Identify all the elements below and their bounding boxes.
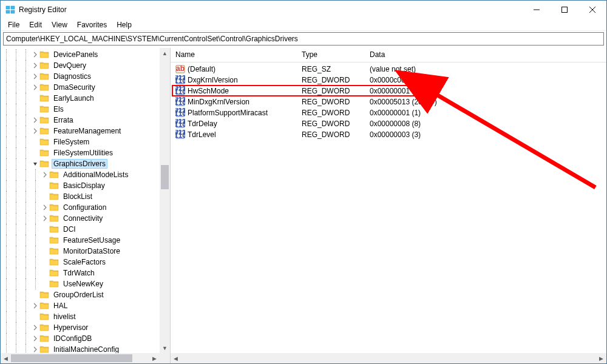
scroll-left-icon[interactable]: ◀ bbox=[171, 353, 181, 363]
list-scrollbar-horizontal[interactable]: ◀ ▶ bbox=[171, 353, 606, 363]
list-header: Name Type Data bbox=[171, 48, 606, 62]
tree-item-usenewkey[interactable]: UseNewKey bbox=[2, 278, 160, 289]
tree-item-els[interactable]: Els bbox=[2, 104, 160, 115]
folder-icon bbox=[39, 334, 49, 343]
svg-text:ab: ab bbox=[176, 64, 185, 73]
tree-item-idconfigdb[interactable]: IDConfigDB bbox=[2, 333, 160, 344]
tree-item-dci[interactable]: DCI bbox=[2, 224, 160, 235]
svg-text:110: 110 bbox=[175, 131, 185, 140]
tree-scrollbar-horizontal[interactable]: ◀ ▶ bbox=[1, 353, 160, 363]
value-data: 0x00000003 (3) bbox=[365, 130, 606, 139]
menu-help[interactable]: Help bbox=[112, 19, 137, 30]
chevron-right-icon[interactable] bbox=[31, 302, 39, 310]
value-row[interactable]: 011110DxgKrnlVersionREG_DWORD0x0000c004 … bbox=[171, 75, 606, 86]
tree-item-monitordatastore[interactable]: MonitorDataStore bbox=[2, 246, 160, 257]
chevron-right-icon[interactable] bbox=[31, 345, 39, 353]
tree-item-additionalmodelists[interactable]: AdditionalModeLists bbox=[2, 169, 160, 180]
tree-label: IDConfigDB bbox=[52, 334, 93, 343]
scroll-right-icon[interactable]: ▶ bbox=[149, 353, 160, 363]
tree-item-blocklist[interactable]: BlockList bbox=[2, 191, 160, 202]
scroll-up-icon[interactable]: ▲ bbox=[160, 48, 170, 58]
folder-icon bbox=[49, 192, 59, 201]
tree-item-diagnostics[interactable]: Diagnostics bbox=[2, 71, 160, 82]
folder-icon bbox=[39, 50, 49, 59]
chevron-right-icon[interactable] bbox=[41, 170, 49, 179]
svg-text:110: 110 bbox=[175, 76, 185, 85]
chevron-down-icon[interactable] bbox=[31, 160, 39, 168]
folder-icon bbox=[39, 127, 49, 135]
chevron-right-icon[interactable] bbox=[31, 323, 39, 332]
folder-icon bbox=[49, 236, 59, 244]
chevron-right-icon[interactable] bbox=[41, 203, 49, 212]
chevron-right-icon[interactable] bbox=[31, 72, 39, 81]
svg-rect-5 bbox=[562, 7, 568, 13]
tree-label: FileSystem bbox=[52, 137, 91, 147]
chevron-right-icon[interactable] bbox=[41, 214, 49, 223]
value-row[interactable]: 011110TdrLevelREG_DWORD0x00000003 (3) bbox=[171, 129, 606, 140]
tree-item-hivelist[interactable]: hivelist bbox=[2, 311, 160, 322]
folder-icon bbox=[39, 345, 49, 353]
address-bar[interactable]: Computer\HKEY_LOCAL_MACHINE\SYSTEM\Curre… bbox=[3, 32, 604, 46]
scroll-thumb[interactable] bbox=[11, 354, 132, 362]
expander-none bbox=[41, 236, 49, 244]
tree-item-dmasecurity[interactable]: DmaSecurity bbox=[2, 82, 160, 93]
tree-item-hal[interactable]: HAL bbox=[2, 300, 160, 311]
tree-item-devicepanels[interactable]: DevicePanels bbox=[2, 49, 160, 60]
chevron-right-icon[interactable] bbox=[31, 50, 39, 59]
tree-item-featuresetusage[interactable]: FeatureSetUsage bbox=[2, 235, 160, 246]
chevron-right-icon[interactable] bbox=[31, 83, 39, 92]
scroll-down-icon[interactable]: ▼ bbox=[160, 343, 170, 353]
value-name: DxgKrnlVersion bbox=[188, 76, 238, 84]
value-data: 0x00005013 (20499) bbox=[365, 98, 606, 106]
tree-pane[interactable]: DevicePanelsDevQueryDiagnosticsDmaSecuri… bbox=[1, 48, 171, 363]
tree-item-grouporderlist[interactable]: GroupOrderList bbox=[2, 289, 160, 300]
tree-item-errata[interactable]: Errata bbox=[2, 115, 160, 126]
binary-value-icon: 011110 bbox=[175, 75, 185, 85]
maximize-button[interactable] bbox=[551, 1, 578, 19]
column-header-type[interactable]: Type bbox=[297, 48, 365, 62]
close-button[interactable] bbox=[578, 1, 606, 19]
column-header-name[interactable]: Name bbox=[171, 48, 297, 62]
tree-item-filesystemutilities[interactable]: FileSystemUtilities bbox=[2, 147, 160, 158]
tree-item-filesystem[interactable]: FileSystem bbox=[2, 136, 160, 147]
value-data: (value not set) bbox=[365, 65, 606, 73]
value-row[interactable]: ab(Default)REG_SZ(value not set) bbox=[171, 64, 606, 75]
tree-item-graphicsdrivers[interactable]: GraphicsDrivers bbox=[2, 158, 160, 169]
menu-view[interactable]: View bbox=[47, 19, 72, 30]
chevron-right-icon[interactable] bbox=[31, 127, 39, 135]
menu-favorites[interactable]: Favorites bbox=[72, 19, 112, 30]
tree-label: Errata bbox=[52, 115, 75, 125]
tree-item-initialmachineconfig[interactable]: InitialMachineConfig bbox=[2, 344, 160, 353]
tree-item-scalefactors[interactable]: ScaleFactors bbox=[2, 257, 160, 268]
tree-label: HAL bbox=[52, 301, 69, 311]
scroll-left-icon[interactable]: ◀ bbox=[1, 353, 11, 363]
value-row[interactable]: 011110TdrDelayREG_DWORD0x00000008 (8) bbox=[171, 118, 606, 129]
value-row[interactable]: 011110PlatformSupportMiracastREG_DWORD0x… bbox=[171, 107, 606, 118]
menu-file[interactable]: File bbox=[3, 19, 24, 30]
tree-item-devquery[interactable]: DevQuery bbox=[2, 60, 160, 71]
chevron-right-icon[interactable] bbox=[31, 334, 39, 343]
tree-scrollbar-vertical[interactable]: ▲ ▼ bbox=[160, 48, 170, 353]
column-header-data[interactable]: Data bbox=[365, 48, 606, 62]
minimize-button[interactable] bbox=[523, 1, 551, 19]
titlebar[interactable]: Registry Editor bbox=[1, 1, 606, 19]
chevron-right-icon[interactable] bbox=[31, 116, 39, 124]
tree-item-hypervisor[interactable]: Hypervisor bbox=[2, 322, 160, 333]
folder-icon bbox=[39, 72, 49, 81]
tree-item-featuremanagement[interactable]: FeatureManagement bbox=[2, 126, 160, 136]
tree-item-configuration[interactable]: Configuration bbox=[2, 202, 160, 213]
regedit-icon bbox=[5, 5, 15, 15]
list-pane[interactable]: Name Type Data ab(Default)REG_SZ(value n… bbox=[171, 48, 606, 363]
value-row[interactable]: 011110HwSchModeREG_DWORD0x00000001 (1) bbox=[171, 86, 606, 96]
scroll-right-icon[interactable]: ▶ bbox=[596, 353, 606, 363]
tree-item-connectivity[interactable]: Connectivity bbox=[2, 213, 160, 224]
menu-edit[interactable]: Edit bbox=[24, 19, 47, 30]
folder-icon bbox=[49, 225, 59, 234]
chevron-right-icon[interactable] bbox=[31, 61, 39, 70]
tree-item-earlylaunch[interactable]: EarlyLaunch bbox=[2, 93, 160, 104]
tree-item-tdrwatch[interactable]: TdrWatch bbox=[2, 268, 160, 278]
value-row[interactable]: 011110MinDxgKrnlVersionREG_DWORD0x000050… bbox=[171, 96, 606, 107]
scroll-thumb[interactable] bbox=[161, 165, 169, 189]
tree-item-basicdisplay[interactable]: BasicDisplay bbox=[2, 180, 160, 191]
value-type: REG_DWORD bbox=[297, 109, 365, 117]
